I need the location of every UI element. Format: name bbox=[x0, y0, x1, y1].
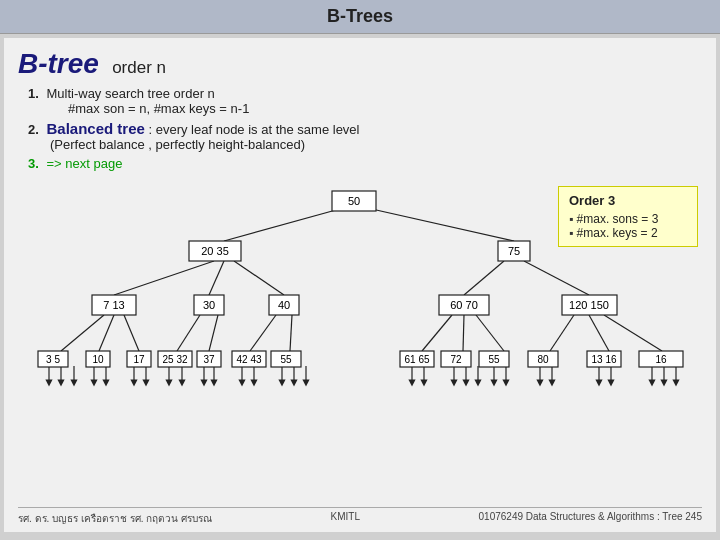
svg-line-8 bbox=[99, 315, 114, 351]
node-120-150-label: 120 150 bbox=[569, 299, 609, 311]
node-60-70-label: 60 70 bbox=[450, 299, 478, 311]
tree-svg: .node-box { fill: white; stroke: #222; s… bbox=[14, 183, 714, 503]
svg-line-9 bbox=[124, 315, 139, 351]
item2-rest: : every leaf node is at the same level bbox=[148, 122, 359, 137]
svg-line-19 bbox=[604, 315, 662, 351]
node-75-label: 75 bbox=[508, 245, 520, 257]
item1-text2: #max son = n, #max keys = n-1 bbox=[68, 101, 249, 116]
svg-line-12 bbox=[250, 315, 276, 351]
leaf-42-43-label: 42 43 bbox=[236, 354, 261, 365]
svg-line-16 bbox=[476, 315, 504, 351]
node-20-35-label: 20 35 bbox=[201, 245, 229, 257]
leaf-61-65-label: 61 65 bbox=[404, 354, 429, 365]
leaf-80-label: 80 bbox=[537, 354, 549, 365]
order-n-label: order n bbox=[112, 58, 166, 77]
section-heading: B-tree order n bbox=[18, 48, 702, 80]
footer-course: 01076249 Data Structures & Algorithms : … bbox=[479, 511, 702, 526]
item3-num: 3. bbox=[28, 156, 39, 171]
footer: รศ. ดร. บญธร เครือตราช รศ. กฤตวน ศรบรณ K… bbox=[18, 507, 702, 526]
svg-line-5 bbox=[464, 261, 504, 295]
svg-line-6 bbox=[524, 261, 589, 295]
leaf-13-16-label: 13 16 bbox=[591, 354, 616, 365]
svg-line-13 bbox=[290, 315, 292, 351]
svg-line-14 bbox=[422, 315, 452, 351]
svg-line-4 bbox=[234, 261, 284, 295]
page-title: B-Trees bbox=[327, 6, 393, 26]
title-bar: B-Trees bbox=[0, 0, 720, 34]
leaf-3-5-label: 3 5 bbox=[46, 354, 60, 365]
footer-authors: รศ. ดร. บญธร เครือตราช รศ. กฤตวน ศรบรณ bbox=[18, 511, 212, 526]
leaf-55-label: 55 bbox=[280, 354, 292, 365]
node-root-label: 50 bbox=[348, 195, 360, 207]
leaf-16-label: 16 bbox=[655, 354, 667, 365]
leaf-10-label: 10 bbox=[92, 354, 104, 365]
leaf-61-label: 55 bbox=[488, 354, 500, 365]
svg-line-17 bbox=[550, 315, 574, 351]
leaf-37-label: 37 bbox=[203, 354, 215, 365]
svg-line-18 bbox=[589, 315, 609, 351]
content-area: B-tree order n 1. Multi-way search tree … bbox=[4, 38, 716, 532]
tree-diagram: .node-box { fill: white; stroke: #222; s… bbox=[14, 183, 714, 523]
item1-num: 1. bbox=[28, 86, 39, 101]
btree-label: B-tree bbox=[18, 48, 99, 79]
svg-line-15 bbox=[463, 315, 464, 351]
node-40-label: 40 bbox=[278, 299, 290, 311]
svg-line-11 bbox=[209, 315, 218, 351]
list-item-2: 2. Balanced tree : every leaf node is at… bbox=[28, 120, 702, 152]
balanced-label: Balanced tree bbox=[46, 120, 144, 137]
svg-line-7 bbox=[61, 315, 104, 351]
list-item-1: 1. Multi-way search tree order n #max so… bbox=[28, 86, 702, 116]
footer-institute: KMITL bbox=[331, 511, 360, 526]
svg-line-10 bbox=[177, 315, 200, 351]
leaf-72-label: 72 bbox=[450, 354, 462, 365]
item1-text1: Multi-way search tree order n bbox=[46, 86, 214, 101]
leaf-25-32-label: 25 32 bbox=[162, 354, 187, 365]
leaf-17-label: 17 bbox=[133, 354, 145, 365]
item2-sub: (Perfect balance , perfectly height-bala… bbox=[50, 137, 305, 152]
item2-num: 2. bbox=[28, 122, 39, 137]
item3-text: => next page bbox=[46, 156, 122, 171]
node-7-13-label: 7 13 bbox=[103, 299, 124, 311]
svg-line-2 bbox=[114, 261, 214, 295]
svg-line-1 bbox=[354, 205, 514, 241]
node-30-label: 30 bbox=[203, 299, 215, 311]
list-item-3: 3. => next page bbox=[28, 156, 702, 171]
svg-line-3 bbox=[209, 261, 224, 295]
